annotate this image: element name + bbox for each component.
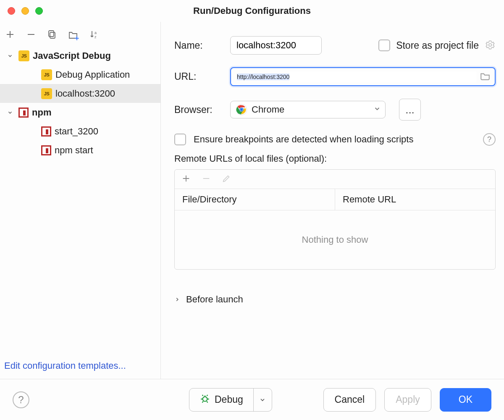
- tree-item-start-3200[interactable]: start_3200: [0, 122, 160, 141]
- chevron-down-icon: [5, 53, 15, 59]
- js-icon: JS: [18, 50, 29, 61]
- tree-group-label: JavaScript Debug: [33, 50, 111, 61]
- store-label: Store as project file: [396, 40, 479, 51]
- tree-item-debug-application[interactable]: JS Debug Application: [0, 65, 160, 84]
- svg-point-8: [240, 108, 243, 111]
- chevron-right-icon: [174, 297, 180, 302]
- window-controls: [0, 7, 43, 15]
- chevron-down-icon: [5, 110, 15, 116]
- svg-point-4: [489, 43, 492, 46]
- titlebar: Run/Debug Configurations: [0, 0, 504, 22]
- tree-item-label: start_3200: [55, 126, 98, 137]
- gear-icon[interactable]: [485, 39, 496, 52]
- tree-item-label: localhost:3200: [55, 88, 115, 99]
- remote-urls-table: File/Directory Remote URL Nothing to sho…: [174, 169, 496, 270]
- ensure-breakpoints-checkbox[interactable]: [174, 134, 186, 145]
- help-button[interactable]: ?: [13, 391, 29, 408]
- remote-table-header: File/Directory Remote URL: [175, 189, 495, 210]
- copy-config-icon[interactable]: [47, 29, 57, 39]
- add-config-icon[interactable]: [5, 29, 15, 39]
- before-launch-section[interactable]: Before launch: [174, 294, 496, 305]
- js-icon: JS: [41, 69, 52, 80]
- zoom-window-button[interactable]: [35, 7, 43, 15]
- name-label: Name:: [174, 40, 223, 51]
- config-tree: JS JavaScript Debug JS Debug Application…: [0, 46, 160, 160]
- svg-point-9: [203, 396, 207, 401]
- store-as-project-file-checkbox[interactable]: [378, 39, 390, 51]
- edit-row-icon: [222, 174, 231, 184]
- remove-row-icon: [202, 174, 211, 184]
- debug-button-label: Debug: [215, 394, 243, 405]
- svg-rect-1: [49, 31, 54, 37]
- window-title: Run/Debug Configurations: [193, 5, 311, 16]
- chevron-down-icon: [373, 104, 381, 115]
- bug-icon: [200, 393, 210, 407]
- remove-config-icon[interactable]: [26, 29, 36, 39]
- npm-icon: [41, 145, 51, 155]
- name-row: Name: Store as project file: [174, 36, 496, 55]
- browser-value: Chrome: [252, 104, 284, 115]
- tree-item-npm-start[interactable]: npm start: [0, 141, 160, 160]
- tree-item-label: Debug Application: [55, 69, 130, 80]
- remote-urls-label: Remote URLs of local files (optional):: [174, 153, 496, 164]
- browser-label: Browser:: [174, 104, 223, 116]
- sidebar-toolbar: az: [0, 25, 160, 46]
- url-row: URL: http://localhost:3200: [174, 67, 496, 86]
- url-input-field[interactable]: [289, 71, 476, 82]
- tree-item-label: npm start: [55, 145, 93, 156]
- before-launch-label: Before launch: [186, 294, 243, 305]
- js-icon: JS: [41, 88, 52, 99]
- debug-dropdown-toggle[interactable]: [253, 388, 272, 411]
- column-header-file: File/Directory: [175, 189, 335, 210]
- svg-text:a: a: [94, 31, 97, 35]
- browser-select[interactable]: Chrome: [230, 101, 386, 118]
- apply-button[interactable]: Apply: [384, 388, 431, 412]
- debug-split-button[interactable]: Debug: [189, 388, 272, 412]
- browser-more-button[interactable]: ...: [399, 99, 421, 121]
- configurations-sidebar: az JS JavaScript Debug JS Debug Applicat…: [0, 22, 161, 379]
- cancel-button[interactable]: Cancel: [323, 388, 376, 412]
- chrome-icon: [236, 104, 247, 116]
- tree-group-js-debug[interactable]: JS JavaScript Debug: [0, 46, 160, 65]
- folder-icon[interactable]: [480, 71, 491, 83]
- npm-icon: [41, 126, 51, 136]
- ensure-label: Ensure breakpoints are detected when loa…: [194, 134, 413, 145]
- close-window-button[interactable]: [8, 7, 15, 15]
- svg-rect-0: [50, 32, 55, 38]
- browser-row: Browser: Chrome ...: [174, 99, 496, 121]
- add-row-icon[interactable]: [181, 174, 191, 184]
- sort-icon[interactable]: az: [89, 29, 99, 39]
- edit-templates-link[interactable]: Edit configuration templates...: [4, 360, 126, 371]
- url-label: URL:: [174, 71, 223, 82]
- help-icon[interactable]: ?: [483, 133, 496, 146]
- minimize-window-button[interactable]: [21, 7, 29, 15]
- svg-text:z: z: [94, 35, 97, 39]
- name-input[interactable]: [230, 36, 322, 55]
- npm-icon: [18, 108, 29, 118]
- remote-toolbar: [175, 170, 495, 189]
- url-value-text: http://localhost:3200: [237, 74, 289, 80]
- tree-group-label: npm: [32, 107, 51, 118]
- ok-button[interactable]: OK: [440, 388, 491, 412]
- dialog-footer: ? Debug Cancel Apply OK: [0, 379, 504, 420]
- ensure-breakpoints-row: Ensure breakpoints are detected when loa…: [174, 133, 496, 146]
- config-form: Name: Store as project file URL: http://…: [161, 22, 504, 379]
- save-to-folder-icon[interactable]: [68, 29, 78, 39]
- tree-item-localhost-3200[interactable]: JS localhost:3200: [0, 84, 160, 103]
- remote-table-empty: Nothing to show: [175, 210, 495, 269]
- url-input[interactable]: http://localhost:3200: [230, 67, 496, 86]
- column-header-remote-url: Remote URL: [335, 189, 495, 210]
- tree-group-npm[interactable]: npm: [0, 103, 160, 122]
